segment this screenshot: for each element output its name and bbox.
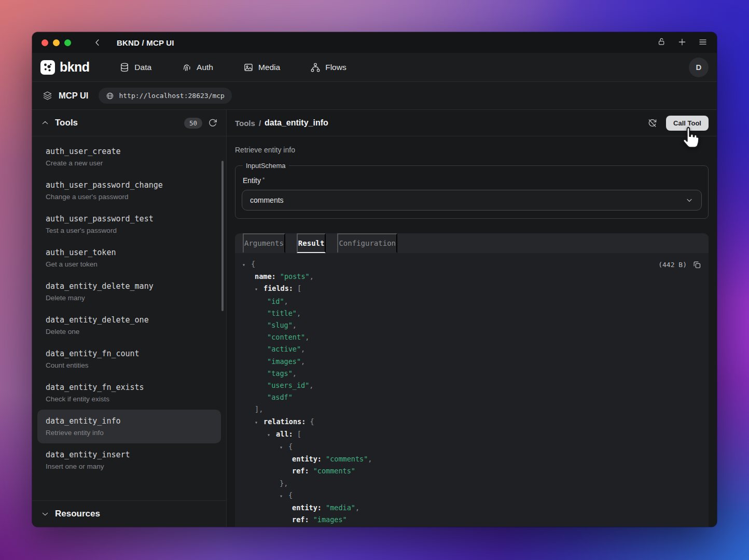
sidebar-item-data_entity_insert[interactable]: data_entity_insertInsert one or many bbox=[37, 443, 221, 477]
collapse-arrow-icon[interactable]: ▾ bbox=[267, 429, 276, 441]
breadcrumb-separator: / bbox=[259, 119, 261, 128]
json-token-punct: { bbox=[288, 491, 293, 499]
json-line: ref: "images" bbox=[235, 514, 709, 526]
json-token-punct: , bbox=[293, 321, 297, 329]
sidebar-scrollbar[interactable] bbox=[221, 161, 224, 311]
collapse-arrow-icon[interactable]: ▾ bbox=[255, 283, 263, 295]
json-line: ], bbox=[235, 403, 709, 415]
sidebar-item-auth_user_password_test[interactable]: auth_user_password_testTest a user's pas… bbox=[37, 207, 221, 241]
nav-item-label: Flows bbox=[325, 63, 346, 72]
collapse-arrow-icon[interactable]: ▾ bbox=[242, 259, 251, 271]
json-line: "tags", bbox=[235, 368, 709, 380]
tool-description: Delete one bbox=[46, 328, 213, 335]
server-url-pill[interactable]: http://localhost:28623/mcp bbox=[99, 88, 232, 104]
chevron-up-icon[interactable] bbox=[41, 119, 49, 127]
entity-field-label: Entity* bbox=[243, 176, 702, 185]
json-token-key: ref: bbox=[292, 515, 309, 524]
json-line: ▾{ bbox=[235, 441, 709, 453]
image-icon bbox=[243, 62, 254, 73]
back-icon[interactable] bbox=[93, 38, 102, 47]
breadcrumb-parent[interactable]: Tools bbox=[235, 119, 255, 128]
tools-section-header[interactable]: Tools 50 bbox=[32, 110, 226, 136]
json-token-punct: { bbox=[251, 260, 255, 268]
resources-section-header[interactable]: Resources bbox=[32, 500, 226, 527]
json-token-punct: , bbox=[355, 503, 359, 512]
input-schema-fieldset: InputSchema Entity* comments bbox=[235, 162, 709, 219]
json-token-key: relations: bbox=[263, 417, 306, 426]
chevron-down-icon[interactable] bbox=[41, 510, 49, 518]
nav-item-auth[interactable]: Auth bbox=[182, 62, 213, 73]
tool-description: Create a new user bbox=[46, 159, 213, 167]
json-token-str: "tags" bbox=[267, 369, 293, 377]
json-line: "title", bbox=[235, 307, 709, 319]
json-line: entity: "media", bbox=[235, 502, 709, 514]
json-token-punct: ], bbox=[255, 405, 263, 413]
bknd-logo[interactable]: bknd bbox=[40, 60, 89, 75]
json-line: "slug", bbox=[235, 319, 709, 331]
sidebar-item-auth_user_create[interactable]: auth_user_createCreate a new user bbox=[37, 140, 221, 174]
sidebar-item-data_entity_fn_exists[interactable]: data_entity_fn_existsCheck if entity exi… bbox=[37, 376, 221, 410]
sidebar-item-data_entity_fn_count[interactable]: data_entity_fn_countCount entities bbox=[37, 342, 221, 376]
auto-refresh-off-icon[interactable] bbox=[647, 118, 657, 128]
json-token-str: "title" bbox=[267, 309, 297, 317]
json-token-str: "active" bbox=[267, 345, 301, 353]
breadcrumb-current: data_entity_info bbox=[265, 118, 328, 128]
server-url: http://localhost:28623/mcp bbox=[119, 92, 225, 100]
sidebar-item-auth_user_password_change[interactable]: auth_user_password_changeChange a user's… bbox=[37, 174, 221, 207]
sidebar-item-auth_user_token[interactable]: auth_user_tokenGet a user token bbox=[37, 241, 221, 275]
sidebar-item-data_entity_info[interactable]: data_entity_infoRetrieve entity info bbox=[37, 410, 221, 443]
traffic-lights bbox=[41, 39, 71, 46]
sidebar-item-data_entity_delete_one[interactable]: data_entity_delete_oneDelete one bbox=[37, 309, 221, 342]
tab-configuration[interactable]: Configuration bbox=[337, 233, 397, 253]
workflow-icon bbox=[310, 62, 321, 73]
json-token-key: all: bbox=[276, 430, 293, 438]
tool-description: Count entities bbox=[46, 361, 213, 369]
nav-item-label: Auth bbox=[197, 63, 213, 72]
nav-item-data[interactable]: Data bbox=[119, 62, 151, 73]
lock-open-icon[interactable] bbox=[657, 37, 666, 48]
minimize-window-button[interactable] bbox=[53, 39, 60, 46]
json-token-str: "asdf" bbox=[267, 393, 293, 401]
sidebar: Tools 50 auth_user_createCreate a new us… bbox=[32, 110, 227, 527]
tools-count-badge: 50 bbox=[184, 118, 202, 129]
tool-header: Tools / data_entity_info Call Tool bbox=[227, 110, 717, 136]
tool-name: data_entity_info bbox=[46, 416, 213, 426]
json-token-key: fields: bbox=[263, 284, 293, 292]
json-token-str: "posts" bbox=[280, 272, 310, 281]
sidebar-item-data_entity_delete_many[interactable]: data_entity_delete_manyDelete many bbox=[37, 275, 221, 309]
tool-description: Change a user's password bbox=[46, 193, 213, 201]
json-line: "id", bbox=[235, 296, 709, 307]
json-token-punct: [ bbox=[297, 284, 301, 292]
tool-name: auth_user_token bbox=[46, 248, 213, 257]
nav-item-media[interactable]: Media bbox=[243, 62, 280, 73]
collapse-arrow-icon[interactable]: ▾ bbox=[280, 441, 288, 453]
nav-item-flows[interactable]: Flows bbox=[310, 62, 346, 73]
copy-icon[interactable] bbox=[692, 260, 701, 269]
collapse-arrow-icon[interactable]: ▾ bbox=[280, 490, 288, 502]
tool-name: data_entity_insert bbox=[46, 450, 213, 459]
tab-arguments[interactable]: Arguments bbox=[243, 233, 285, 253]
tab-result[interactable]: Result bbox=[297, 233, 326, 253]
avatar[interactable]: D bbox=[689, 58, 709, 77]
close-window-button[interactable] bbox=[41, 39, 48, 46]
bknd-logo-text: bknd bbox=[60, 60, 89, 75]
layers-icon bbox=[43, 91, 52, 101]
json-token-punct: , bbox=[368, 455, 372, 463]
tool-description: Insert one or many bbox=[46, 463, 213, 470]
tool-description: Check if entity exists bbox=[46, 395, 213, 403]
json-viewer: (442 B) ▾{name: "posts",▾fields: ["id","… bbox=[235, 253, 709, 527]
new-tab-icon[interactable] bbox=[677, 37, 687, 48]
json-line: "users_id", bbox=[235, 380, 709, 391]
menu-icon[interactable] bbox=[698, 37, 708, 48]
json-token-key: entity: bbox=[292, 503, 322, 512]
input-schema-legend: InputSchema bbox=[243, 162, 289, 170]
fingerprint-icon bbox=[182, 62, 192, 73]
collapse-arrow-icon[interactable]: ▾ bbox=[255, 416, 263, 428]
nav-item-label: Media bbox=[258, 63, 280, 72]
json-token-punct: , bbox=[301, 345, 305, 353]
zoom-window-button[interactable] bbox=[64, 39, 71, 46]
tool-description: Retrieve entity info bbox=[46, 429, 213, 437]
json-line: ▾fields: [ bbox=[235, 283, 709, 295]
entity-select[interactable]: comments bbox=[242, 190, 702, 211]
refresh-icon[interactable] bbox=[208, 118, 217, 128]
